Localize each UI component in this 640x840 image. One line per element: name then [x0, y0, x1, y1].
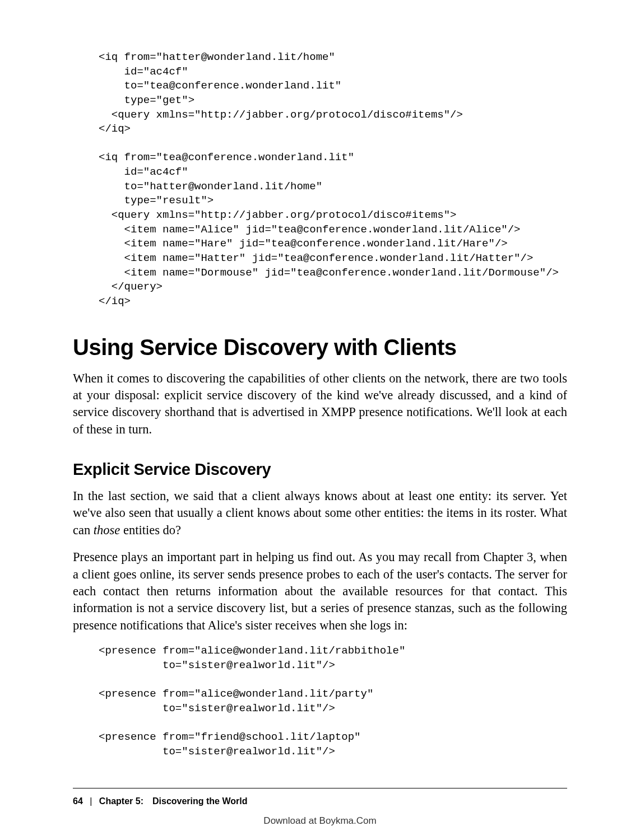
paragraph-intro: When it comes to discovering the capabil… [73, 370, 567, 438]
download-notice: Download at Boykma.Com [0, 815, 640, 827]
footer-rule [73, 788, 567, 788]
code-block-presence: <presence from="alice@wonderland.lit/rab… [73, 644, 567, 759]
chapter-label: Chapter 5: Discovering the World [99, 796, 248, 806]
section-heading: Using Service Discovery with Clients [73, 335, 567, 360]
page: <iq from="hatter@wonderland.lit/home" id… [0, 0, 640, 840]
paragraph-roster: In the last section, we said that a clie… [73, 488, 567, 539]
text-run: entities do? [120, 523, 181, 537]
paragraph-presence: Presence plays an important part in help… [73, 549, 567, 634]
page-footer: 64 | Chapter 5: Discovering the World [73, 796, 248, 806]
footer-separator: | [90, 796, 92, 806]
page-number: 64 [73, 796, 83, 806]
emphasis-those: those [94, 523, 120, 537]
code-block-disco-items: <iq from="hatter@wonderland.lit/home" id… [73, 50, 567, 309]
subsection-heading: Explicit Service Discovery [73, 460, 567, 479]
